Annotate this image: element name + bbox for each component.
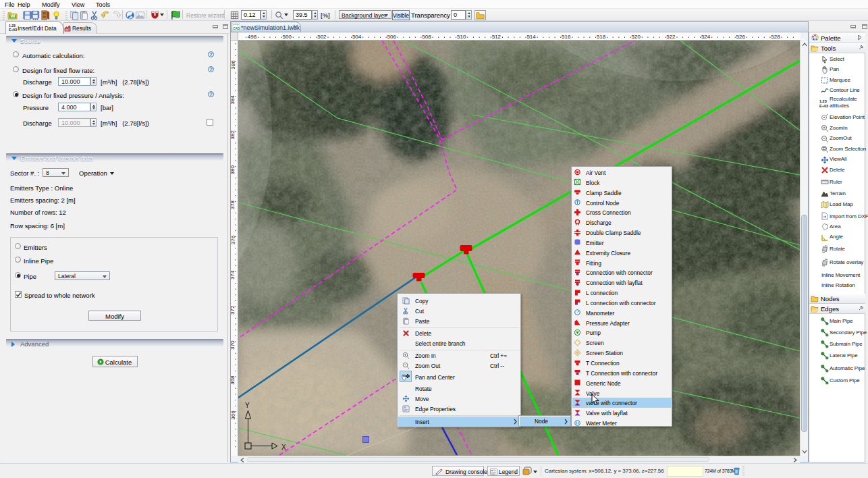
svg-text:522: 522 — [666, 34, 676, 40]
svg-text:506: 506 — [387, 34, 397, 40]
svg-text:380: 380 — [231, 165, 236, 174]
svg-text:516: 516 — [562, 34, 571, 40]
svg-text:CAD: CAD — [233, 27, 240, 30]
svg-text:512: 512 — [492, 34, 501, 40]
svg-text:378: 378 — [231, 200, 236, 209]
svg-text:510: 510 — [457, 34, 466, 40]
svg-text:376: 376 — [231, 235, 236, 244]
svg-text:368: 368 — [231, 375, 236, 385]
svg-text:514: 514 — [526, 34, 536, 40]
svg-text:500: 500 — [283, 34, 292, 40]
svg-text:382: 382 — [231, 130, 236, 140]
svg-text:520: 520 — [632, 34, 641, 40]
svg-text:508: 508 — [422, 34, 431, 40]
svg-text:E+03: E+03 — [9, 28, 17, 32]
svg-text:384: 384 — [231, 95, 236, 105]
svg-text:370: 370 — [231, 340, 236, 350]
svg-text:372: 372 — [231, 305, 236, 315]
svg-text:528: 528 — [771, 34, 780, 40]
svg-text:386: 386 — [231, 60, 236, 70]
svg-text:524: 524 — [701, 34, 711, 40]
svg-text:526: 526 — [736, 34, 746, 40]
svg-text:X: X — [281, 444, 286, 451]
svg-text:374: 374 — [231, 270, 236, 280]
svg-text:366: 366 — [231, 410, 236, 420]
svg-text:518: 518 — [597, 34, 606, 40]
svg-text:504: 504 — [352, 34, 362, 40]
svg-text:502: 502 — [317, 34, 327, 40]
svg-text:W: W — [10, 13, 16, 19]
svg-text:498: 498 — [248, 34, 257, 40]
svg-text:Y: Y — [245, 402, 250, 409]
